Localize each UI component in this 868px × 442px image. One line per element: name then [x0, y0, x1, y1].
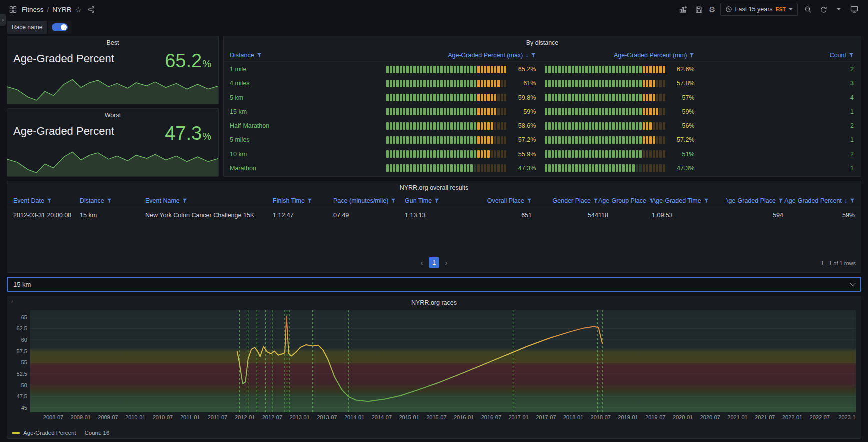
- filter-icon[interactable]: [527, 198, 532, 204]
- kiosk-mode-button[interactable]: [849, 4, 860, 15]
- save-dashboard-button[interactable]: [693, 4, 704, 15]
- column-header[interactable]: Overall Place: [465, 198, 532, 204]
- zoom-out-button[interactable]: [802, 4, 813, 15]
- filter-icon[interactable]: [257, 53, 262, 58]
- column-header[interactable]: Pace (minutes/mile): [333, 198, 405, 204]
- add-panel-button[interactable]: [678, 4, 689, 15]
- filter-icon[interactable]: [689, 53, 694, 58]
- column-header[interactable]: Distance: [80, 198, 145, 204]
- result-cell[interactable]: 1:09:53: [652, 212, 726, 219]
- cell-link[interactable]: 1:09:53: [652, 212, 673, 219]
- gauge-segment: [477, 94, 480, 102]
- gauge-value: 47.3%: [669, 165, 694, 172]
- panel-info-icon[interactable]: i: [11, 298, 13, 304]
- current-page-button[interactable]: 1: [429, 258, 439, 268]
- panel-title[interactable]: Worst: [7, 109, 218, 122]
- x-tick-label: 2020-01: [668, 414, 698, 420]
- panel-title[interactable]: NYRR.org overall results: [7, 182, 861, 194]
- lcd-gauge: [545, 66, 665, 74]
- filter-icon[interactable]: [182, 198, 187, 204]
- sidebar-expand-handle[interactable]: ›: [0, 14, 6, 26]
- gauge-segment: [494, 94, 497, 102]
- gauge-segment: [454, 66, 456, 74]
- filter-icon[interactable]: [850, 198, 855, 204]
- gauge-cell: 62.6%: [543, 66, 701, 74]
- panel-title[interactable]: Best: [7, 36, 218, 50]
- gauge-segment: [454, 94, 456, 102]
- cell-link[interactable]: 118: [598, 212, 608, 219]
- y-tick-label: 60: [7, 337, 27, 343]
- gauge-segment: [484, 150, 486, 158]
- gauge-segment: [646, 80, 648, 88]
- gauge-segment: [653, 164, 655, 172]
- column-header[interactable]: Finish Time: [273, 198, 333, 204]
- gauge-segment: [420, 150, 422, 158]
- column-header[interactable]: Age-Group Place: [598, 198, 652, 204]
- breadcrumb-page[interactable]: NYRR: [52, 6, 71, 14]
- column-header[interactable]: Age-Graded Percent↓: [783, 198, 855, 204]
- gauge-segment: [602, 122, 605, 130]
- gauge-segment: [548, 164, 551, 172]
- pagination: ‹ 1 ›: [7, 258, 861, 268]
- panel-title[interactable]: NYRR.org races: [7, 296, 861, 310]
- distance-select[interactable]: 15 km: [7, 277, 861, 292]
- filter-icon[interactable]: [849, 53, 854, 58]
- count-value: 2: [701, 151, 861, 158]
- result-cell[interactable]: 118: [598, 212, 652, 219]
- column-header-agp-min[interactable]: Age-Graded Percent (min): [543, 52, 701, 59]
- x-tick-label: 2017-07: [531, 414, 561, 420]
- column-header[interactable]: Event Date: [13, 198, 80, 204]
- chart-canvas: [30, 310, 856, 412]
- column-header[interactable]: Event Name: [145, 198, 273, 204]
- gauge-segment: [592, 150, 595, 158]
- filter-icon[interactable]: [778, 198, 783, 204]
- filter-icon[interactable]: [307, 198, 312, 204]
- panel-title[interactable]: By distance: [224, 36, 861, 50]
- gauge-segment: [497, 94, 500, 102]
- gauge-segment: [410, 94, 412, 102]
- time-range-picker[interactable]: Last 15 years EST: [720, 3, 798, 16]
- filter-icon[interactable]: [107, 198, 112, 204]
- column-header-agp-max[interactable]: Age-Graded Percent (max) ↓: [384, 52, 543, 59]
- race-name-toggle[interactable]: [48, 21, 72, 34]
- chart-legend-item[interactable]: Age-Graded Percent Count: 16: [12, 430, 109, 436]
- filter-icon[interactable]: [391, 198, 396, 204]
- settings-button[interactable]: ⚙: [709, 6, 715, 14]
- gauge-segment: [579, 122, 581, 130]
- next-page-button[interactable]: ›: [443, 258, 450, 267]
- prev-page-button[interactable]: ‹: [418, 258, 425, 267]
- time-series-plot[interactable]: [30, 310, 856, 412]
- apps-menu-button[interactable]: [7, 4, 18, 15]
- gauge-segment: [616, 108, 618, 116]
- column-header-distance[interactable]: Distance: [224, 52, 384, 59]
- filter-icon[interactable]: [531, 53, 536, 58]
- column-header[interactable]: Age-Graded Time: [652, 198, 726, 204]
- column-header-count[interactable]: Count: [701, 52, 861, 59]
- share-button[interactable]: [85, 4, 96, 15]
- breadcrumb-app[interactable]: Fitness: [22, 6, 44, 14]
- y-tick-label: 50: [7, 382, 27, 388]
- star-icon[interactable]: ☆: [75, 6, 82, 14]
- refresh-button[interactable]: [818, 4, 829, 15]
- column-header[interactable]: Gender Place: [532, 198, 598, 204]
- gauge-segment: [568, 66, 571, 74]
- column-header[interactable]: Gun Time: [405, 198, 465, 204]
- gauge-segment: [616, 122, 618, 130]
- gauge-segment: [433, 122, 436, 130]
- filter-icon[interactable]: [593, 198, 598, 204]
- gauge-cell: 56%: [543, 122, 701, 130]
- filter-icon[interactable]: [704, 198, 709, 204]
- chevron-down-icon: [850, 280, 855, 286]
- toggle-switch[interactable]: [52, 24, 68, 32]
- gauge-segment: [447, 164, 449, 172]
- gauge-segment: [420, 108, 422, 116]
- race-name-variable-label: Race name: [7, 21, 47, 34]
- gauge-segment: [406, 122, 409, 130]
- column-header[interactable]: Age-Graded Place: [726, 198, 783, 204]
- gauge-segment: [572, 150, 574, 158]
- filter-icon[interactable]: [434, 198, 439, 204]
- gauge-segment: [420, 80, 422, 88]
- filter-icon[interactable]: [47, 198, 52, 204]
- gauge-segment: [572, 136, 574, 144]
- refresh-interval-dropdown[interactable]: [833, 4, 844, 15]
